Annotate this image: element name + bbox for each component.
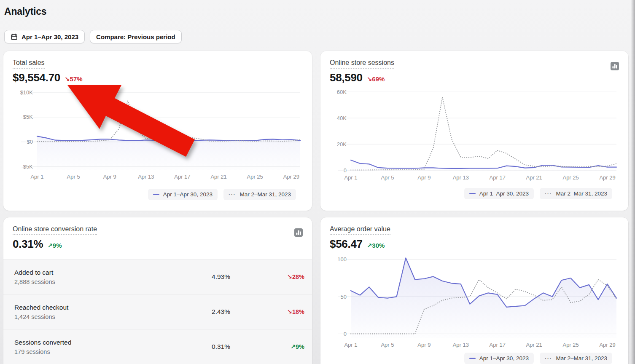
svg-text:Apr 29: Apr 29 <box>283 174 299 180</box>
conversion-value: 0.31% <box>13 238 43 251</box>
conversion-row-delta: ↘28% <box>230 273 304 280</box>
svg-text:100: 100 <box>337 256 347 262</box>
calendar-icon <box>11 33 18 40</box>
bar-chart-icon[interactable] <box>294 228 303 237</box>
compare-button[interactable]: Compare: Previous period <box>90 30 182 43</box>
svg-text:$0: $0 <box>27 139 33 145</box>
svg-text:40K: 40K <box>337 115 347 121</box>
svg-text:Apr 25: Apr 25 <box>247 174 263 180</box>
dotted-line-swatch-icon: ··· <box>545 192 552 195</box>
conversion-row-value: 0.31% <box>184 343 230 351</box>
svg-text:Apr 21: Apr 21 <box>210 174 226 180</box>
svg-text:Apr 5: Apr 5 <box>67 174 80 180</box>
svg-text:Apr 17: Apr 17 <box>490 174 506 181</box>
conversion-row-label: Reached checkout <box>14 304 184 311</box>
solid-line-swatch-icon <box>469 358 476 359</box>
svg-text:Apr 29: Apr 29 <box>599 174 615 181</box>
sessions-delta: ↘69% <box>367 75 385 83</box>
dotted-line-swatch-icon: ··· <box>229 193 236 196</box>
date-range-label: Apr 1–Apr 30, 2023 <box>22 33 78 40</box>
svg-text:$5K: $5K <box>23 114 33 120</box>
svg-text:0: 0 <box>344 331 347 337</box>
sessions-chart: 60K40K20K0Apr 1Apr 5Apr 9Apr 13Apr 17Apr… <box>327 86 628 183</box>
svg-text:Apr 1: Apr 1 <box>344 174 357 181</box>
sessions-legend: Apr 1–Apr 30, 2023 ···Mar 2–Mar 31, 2023 <box>320 188 628 199</box>
legend-previous-chip: ···Mar 2–Mar 31, 2023 <box>223 189 296 200</box>
conversion-row-delta: ↘18% <box>230 308 304 315</box>
aov-chart: 100500Apr 1Apr 5Apr 9Apr 13Apr 17Apr 21A… <box>327 252 628 350</box>
svg-text:Apr 9: Apr 9 <box>417 342 431 348</box>
conversion-delta: ↗9% <box>47 242 62 249</box>
conversion-row-value: 4.93% <box>184 273 230 281</box>
svg-text:Apr 1: Apr 1 <box>344 342 357 348</box>
solid-line-swatch-icon <box>153 194 159 195</box>
svg-text:Apr 21: Apr 21 <box>526 174 542 181</box>
compare-label: Compare: Previous period <box>96 33 175 40</box>
conversion-row-sessions: 179 sessions <box>14 348 184 355</box>
conversion-card: Online store conversion rate 0.31% ↗9% A… <box>3 217 312 364</box>
screen-edge-shade <box>631 0 635 364</box>
svg-text:Apr 13: Apr 13 <box>453 342 469 348</box>
aov-value: $56.47 <box>330 238 363 251</box>
solid-line-swatch-icon <box>469 193 476 194</box>
conversion-row-value: 2.43% <box>184 308 230 316</box>
conversion-row[interactable]: Sessions converted 179 sessions 0.31% ↗9… <box>3 329 312 364</box>
toolbar: Apr 1–Apr 30, 2023 Compare: Previous per… <box>4 30 182 43</box>
svg-text:Apr 17: Apr 17 <box>490 342 506 348</box>
svg-text:Apr 5: Apr 5 <box>381 342 394 348</box>
sessions-title[interactable]: Online store sessions <box>330 59 394 69</box>
total-sales-chart: $10K$5K$0-$5KApr 1Apr 5Apr 9Apr 13Apr 17… <box>10 86 312 182</box>
svg-text:-$5K: -$5K <box>22 163 33 170</box>
aov-title[interactable]: Average order value <box>330 225 390 235</box>
svg-text:Apr 25: Apr 25 <box>562 174 578 181</box>
total-sales-title[interactable]: Total sales <box>13 59 45 69</box>
conversion-title[interactable]: Online store conversion rate <box>13 225 97 235</box>
page-title: Analytics <box>4 6 46 17</box>
conversion-row-sessions: 1,424 sessions <box>14 313 184 320</box>
total-sales-value: $9,554.70 <box>13 71 60 84</box>
sessions-card: Online store sessions 58,590 ↘69% 60K40K… <box>320 51 628 211</box>
legend-current-chip: Apr 1–Apr 30, 2023 <box>148 189 218 200</box>
conversion-row[interactable]: Added to cart 2,888 sessions 4.93% ↘28% <box>3 259 312 294</box>
total-sales-card: Total sales $9,554.70 ↘57% $10K$5K$0-$5K… <box>3 51 312 211</box>
svg-text:50: 50 <box>341 294 347 300</box>
sessions-value: 58,590 <box>330 71 363 84</box>
conversion-row-sessions: 2,888 sessions <box>14 278 184 285</box>
svg-text:20K: 20K <box>337 141 347 147</box>
date-range-button[interactable]: Apr 1–Apr 30, 2023 <box>4 30 85 43</box>
aov-delta: ↗30% <box>367 242 385 249</box>
svg-text:Apr 17: Apr 17 <box>174 174 190 180</box>
aov-card: Average order value $56.47 ↗30% 100500Ap… <box>320 217 628 364</box>
dotted-line-swatch-icon: ··· <box>545 357 552 360</box>
legend-current-chip: Apr 1–Apr 30, 2023 <box>464 353 534 364</box>
conversion-row-label: Sessions converted <box>14 339 184 346</box>
legend-previous-chip: ···Mar 2–Mar 31, 2023 <box>540 353 612 364</box>
svg-text:Apr 9: Apr 9 <box>103 174 116 180</box>
svg-text:Apr 1: Apr 1 <box>30 174 43 180</box>
svg-text:0: 0 <box>344 167 347 174</box>
conversion-row[interactable]: Reached checkout 1,424 sessions 2.43% ↘1… <box>3 294 312 329</box>
legend-previous-chip: ···Mar 2–Mar 31, 2023 <box>540 188 612 199</box>
conversion-row-label: Added to cart <box>14 269 184 276</box>
conversion-funnel-rows: Added to cart 2,888 sessions 4.93% ↘28% … <box>3 259 312 364</box>
total-sales-legend: Apr 1–Apr 30, 2023 ···Mar 2–Mar 31, 2023 <box>3 189 312 200</box>
svg-text:Apr 25: Apr 25 <box>562 342 578 348</box>
svg-text:Apr 13: Apr 13 <box>138 174 154 180</box>
svg-text:$10K: $10K <box>20 89 33 96</box>
svg-text:Apr 13: Apr 13 <box>453 174 469 181</box>
svg-text:Apr 21: Apr 21 <box>526 342 542 348</box>
svg-text:Apr 5: Apr 5 <box>381 174 394 181</box>
bar-chart-icon[interactable] <box>611 62 619 70</box>
aov-legend: Apr 1–Apr 30, 2023 ···Mar 2–Mar 31, 2023 <box>320 353 628 364</box>
total-sales-delta: ↘57% <box>65 75 83 83</box>
legend-current-chip: Apr 1–Apr 30, 2023 <box>464 188 534 199</box>
conversion-row-delta: ↗9% <box>230 343 304 350</box>
svg-text:Apr 29: Apr 29 <box>599 342 615 348</box>
svg-text:60K: 60K <box>337 89 347 95</box>
svg-text:Apr 9: Apr 9 <box>417 174 431 181</box>
